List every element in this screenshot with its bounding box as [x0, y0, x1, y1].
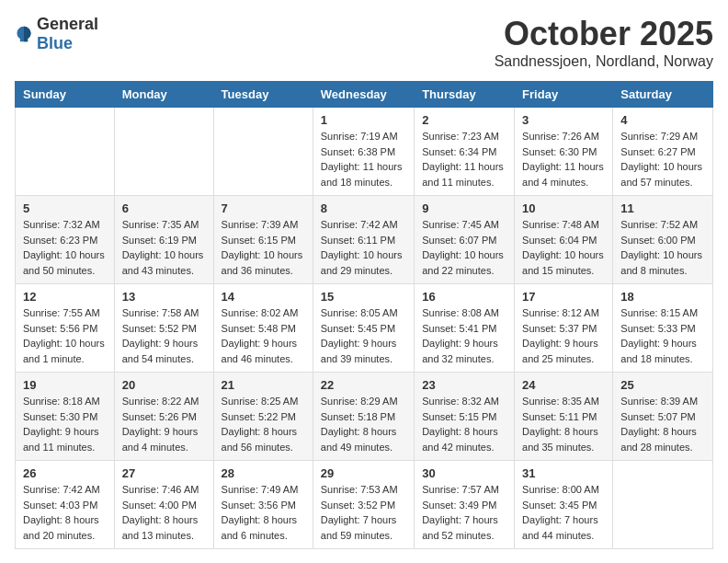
- day-number: 19: [23, 378, 107, 392]
- weekday-header-monday: Monday: [114, 82, 213, 108]
- calendar-cell: 22Sunrise: 8:29 AMSunset: 5:18 PMDayligh…: [313, 373, 414, 461]
- calendar-cell: [213, 108, 313, 196]
- day-info: Sunrise: 7:39 AMSunset: 6:15 PMDaylight:…: [222, 217, 305, 278]
- day-number: 4: [620, 113, 705, 127]
- weekday-header-sunday: Sunday: [16, 82, 115, 108]
- day-info: Sunrise: 7:55 AMSunset: 5:56 PMDaylight:…: [23, 305, 107, 366]
- calendar-week-row: 19Sunrise: 8:18 AMSunset: 5:30 PMDayligh…: [16, 373, 713, 461]
- logo-blue: Blue: [37, 34, 73, 52]
- day-info: Sunrise: 8:39 AMSunset: 5:07 PMDaylight:…: [620, 394, 705, 454]
- day-number: 2: [422, 113, 506, 127]
- calendar-cell: 28Sunrise: 7:49 AMSunset: 3:56 PMDayligh…: [213, 461, 313, 549]
- day-number: 26: [23, 466, 107, 480]
- calendar-cell: 11Sunrise: 7:52 AMSunset: 6:00 PMDayligh…: [613, 196, 713, 284]
- day-number: 3: [522, 113, 605, 127]
- day-info: Sunrise: 8:00 AMSunset: 3:45 PMDaylight:…: [522, 482, 605, 543]
- day-number: 7: [222, 201, 305, 215]
- calendar-cell: 1Sunrise: 7:19 AMSunset: 6:38 PMDaylight…: [313, 108, 414, 196]
- day-number: 1: [321, 113, 406, 127]
- page-header: General Blue October 2025 Sandnessjoen, …: [15, 15, 713, 70]
- weekday-header-thursday: Thursday: [415, 82, 515, 108]
- day-info: Sunrise: 7:52 AMSunset: 6:00 PMDaylight:…: [620, 217, 705, 278]
- day-number: 29: [321, 466, 406, 480]
- day-info: Sunrise: 7:49 AMSunset: 3:56 PMDaylight:…: [222, 482, 305, 543]
- calendar-week-row: 1Sunrise: 7:19 AMSunset: 6:38 PMDaylight…: [16, 108, 713, 196]
- calendar-cell: 24Sunrise: 8:35 AMSunset: 5:11 PMDayligh…: [515, 373, 613, 461]
- calendar-table: SundayMondayTuesdayWednesdayThursdayFrid…: [15, 81, 713, 549]
- weekday-header-wednesday: Wednesday: [313, 82, 414, 108]
- logo: General Blue: [15, 15, 98, 53]
- calendar-cell: 13Sunrise: 7:58 AMSunset: 5:52 PMDayligh…: [114, 284, 213, 373]
- calendar-week-row: 5Sunrise: 7:32 AMSunset: 6:23 PMDaylight…: [16, 196, 713, 284]
- day-number: 6: [122, 201, 206, 215]
- day-number: 17: [522, 290, 605, 304]
- day-number: 18: [620, 290, 705, 304]
- calendar-cell: 29Sunrise: 7:53 AMSunset: 3:52 PMDayligh…: [313, 461, 414, 549]
- day-info: Sunrise: 8:02 AMSunset: 5:48 PMDaylight:…: [222, 305, 305, 366]
- day-number: 11: [620, 201, 705, 215]
- calendar-cell: 19Sunrise: 8:18 AMSunset: 5:30 PMDayligh…: [16, 373, 115, 461]
- day-info: Sunrise: 8:32 AMSunset: 5:15 PMDaylight:…: [422, 394, 506, 454]
- logo-text: General Blue: [37, 15, 98, 53]
- calendar-cell: 27Sunrise: 7:46 AMSunset: 4:00 PMDayligh…: [114, 461, 213, 549]
- day-info: Sunrise: 8:22 AMSunset: 5:26 PMDaylight:…: [122, 394, 206, 454]
- day-info: Sunrise: 7:42 AMSunset: 6:11 PMDaylight:…: [321, 217, 406, 278]
- day-number: 13: [122, 290, 206, 304]
- day-number: 31: [522, 466, 605, 480]
- location-title: Sandnessjoen, Nordland, Norway: [495, 53, 713, 70]
- calendar-cell: 20Sunrise: 8:22 AMSunset: 5:26 PMDayligh…: [114, 373, 213, 461]
- calendar-cell: 23Sunrise: 8:32 AMSunset: 5:15 PMDayligh…: [415, 373, 515, 461]
- day-number: 22: [321, 378, 406, 392]
- day-number: 21: [222, 378, 305, 392]
- calendar-cell: 7Sunrise: 7:39 AMSunset: 6:15 PMDaylight…: [213, 196, 313, 284]
- calendar-cell: 15Sunrise: 8:05 AMSunset: 5:45 PMDayligh…: [313, 284, 414, 373]
- day-number: 30: [422, 466, 506, 480]
- title-area: October 2025 Sandnessjoen, Nordland, Nor…: [495, 15, 713, 70]
- day-info: Sunrise: 7:32 AMSunset: 6:23 PMDaylight:…: [23, 217, 107, 278]
- day-number: 16: [422, 290, 506, 304]
- calendar-cell: [16, 108, 115, 196]
- day-number: 5: [23, 201, 107, 215]
- calendar-cell: 31Sunrise: 8:00 AMSunset: 3:45 PMDayligh…: [515, 461, 613, 549]
- weekday-header-tuesday: Tuesday: [213, 82, 313, 108]
- day-number: 8: [321, 201, 406, 215]
- day-info: Sunrise: 8:35 AMSunset: 5:11 PMDaylight:…: [522, 394, 605, 454]
- calendar-cell: [613, 461, 713, 549]
- calendar-cell: 18Sunrise: 8:15 AMSunset: 5:33 PMDayligh…: [613, 284, 713, 373]
- day-number: 14: [222, 290, 305, 304]
- calendar-cell: 8Sunrise: 7:42 AMSunset: 6:11 PMDaylight…: [313, 196, 414, 284]
- logo-icon: [15, 25, 33, 43]
- weekday-header-saturday: Saturday: [613, 82, 713, 108]
- day-number: 23: [422, 378, 506, 392]
- day-number: 24: [522, 378, 605, 392]
- calendar-week-row: 26Sunrise: 7:42 AMSunset: 4:03 PMDayligh…: [16, 461, 713, 549]
- calendar-cell: 21Sunrise: 8:25 AMSunset: 5:22 PMDayligh…: [213, 373, 313, 461]
- day-number: 20: [122, 378, 206, 392]
- day-info: Sunrise: 7:58 AMSunset: 5:52 PMDaylight:…: [122, 305, 206, 366]
- day-info: Sunrise: 7:23 AMSunset: 6:34 PMDaylight:…: [422, 129, 506, 190]
- day-info: Sunrise: 8:08 AMSunset: 5:41 PMDaylight:…: [422, 305, 506, 366]
- calendar-cell: 9Sunrise: 7:45 AMSunset: 6:07 PMDaylight…: [415, 196, 515, 284]
- calendar-cell: 10Sunrise: 7:48 AMSunset: 6:04 PMDayligh…: [515, 196, 613, 284]
- day-info: Sunrise: 8:25 AMSunset: 5:22 PMDaylight:…: [222, 394, 305, 454]
- day-info: Sunrise: 7:53 AMSunset: 3:52 PMDaylight:…: [321, 482, 406, 543]
- day-info: Sunrise: 7:35 AMSunset: 6:19 PMDaylight:…: [122, 217, 206, 278]
- calendar-cell: 17Sunrise: 8:12 AMSunset: 5:37 PMDayligh…: [515, 284, 613, 373]
- calendar-cell: 26Sunrise: 7:42 AMSunset: 4:03 PMDayligh…: [16, 461, 115, 549]
- calendar-cell: 4Sunrise: 7:29 AMSunset: 6:27 PMDaylight…: [613, 108, 713, 196]
- calendar-cell: 12Sunrise: 7:55 AMSunset: 5:56 PMDayligh…: [16, 284, 115, 373]
- day-info: Sunrise: 7:46 AMSunset: 4:00 PMDaylight:…: [122, 482, 206, 543]
- calendar-cell: 2Sunrise: 7:23 AMSunset: 6:34 PMDaylight…: [415, 108, 515, 196]
- day-info: Sunrise: 7:19 AMSunset: 6:38 PMDaylight:…: [321, 129, 406, 190]
- calendar-week-row: 12Sunrise: 7:55 AMSunset: 5:56 PMDayligh…: [16, 284, 713, 373]
- calendar-cell: 16Sunrise: 8:08 AMSunset: 5:41 PMDayligh…: [415, 284, 515, 373]
- day-info: Sunrise: 8:12 AMSunset: 5:37 PMDaylight:…: [522, 305, 605, 366]
- day-info: Sunrise: 8:29 AMSunset: 5:18 PMDaylight:…: [321, 394, 406, 454]
- calendar-cell: 3Sunrise: 7:26 AMSunset: 6:30 PMDaylight…: [515, 108, 613, 196]
- day-number: 15: [321, 290, 406, 304]
- calendar-cell: 5Sunrise: 7:32 AMSunset: 6:23 PMDaylight…: [16, 196, 115, 284]
- calendar-cell: 30Sunrise: 7:57 AMSunset: 3:49 PMDayligh…: [415, 461, 515, 549]
- day-number: 10: [522, 201, 605, 215]
- calendar-cell: [114, 108, 213, 196]
- calendar-cell: 25Sunrise: 8:39 AMSunset: 5:07 PMDayligh…: [613, 373, 713, 461]
